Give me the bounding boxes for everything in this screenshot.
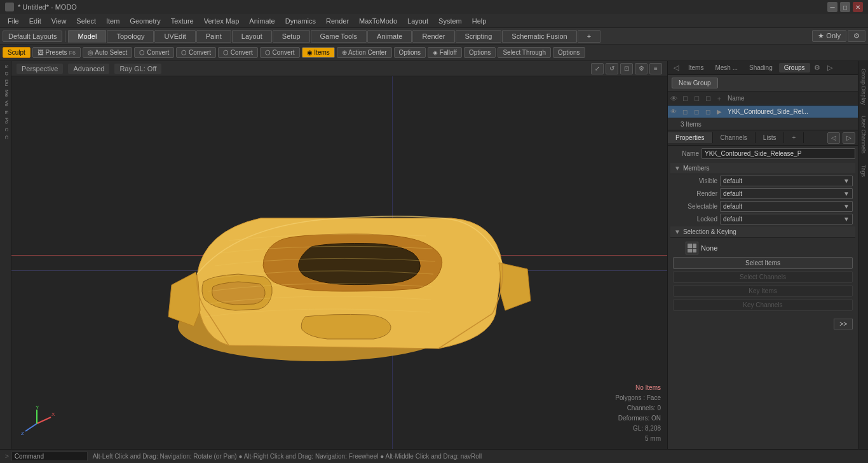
menu-vertex-map[interactable]: Vertex Map (199, 16, 245, 26)
action-center-button[interactable]: ⊕ Action Center (337, 47, 392, 58)
command-expand-button[interactable]: >> (834, 319, 853, 329)
left-strip-c2[interactable]: C (1, 134, 10, 141)
menu-file[interactable]: File (3, 16, 24, 26)
menu-dynamics[interactable]: Dynamics (280, 16, 321, 26)
rp-tab-groups[interactable]: Groups (779, 63, 810, 73)
props-tab-add[interactable]: + (784, 132, 804, 143)
rv-tab-group-display[interactable]: Group Display (859, 64, 868, 110)
menu-item[interactable]: Item (101, 16, 125, 26)
tab-setup[interactable]: Setup (273, 30, 310, 43)
members-section-header[interactable]: ▼ Members (670, 163, 855, 174)
viewport-settings[interactable]: ⚙ (635, 63, 648, 74)
viewport-reset[interactable]: ↺ (606, 63, 618, 74)
options-button[interactable]: Options (394, 47, 426, 58)
rp-expand-icon[interactable]: ◁ (670, 62, 682, 74)
menu-texture[interactable]: Texture (166, 16, 199, 26)
locked-dropdown[interactable]: default ▼ (720, 214, 853, 225)
star-only-button[interactable]: ★ Only (812, 30, 846, 42)
viewport-raygl[interactable]: Ray GL: Off (114, 64, 161, 74)
options2-button[interactable]: Options (464, 47, 496, 58)
viewport-3d[interactable]: No Items Polygons : Face Channels: 0 Def… (11, 76, 667, 449)
add-col-header[interactable]: + (714, 92, 725, 106)
rp-tab-mesh[interactable]: Mesh ... (710, 63, 743, 73)
left-strip-d[interactable]: D (1, 71, 10, 77)
props-expand-icon[interactable]: ◁ (827, 132, 840, 144)
name-input[interactable] (702, 148, 855, 159)
group-eye[interactable]: 👁 (668, 106, 679, 118)
left-strip-c1[interactable]: C (1, 127, 10, 133)
render-dropdown[interactable]: default ▼ (720, 188, 853, 199)
menu-geometry[interactable]: Geometry (125, 16, 165, 26)
tab-gametools[interactable]: Game Tools (311, 30, 367, 43)
select-channels-button[interactable]: Select Channels (673, 271, 853, 283)
menu-select[interactable]: Select (71, 16, 101, 26)
tab-uvedit[interactable]: UVEdit (154, 30, 195, 43)
tab-model[interactable]: Model (68, 30, 106, 43)
sculpt-button[interactable]: Sculpt (3, 47, 31, 58)
key-channels-button[interactable]: Key Channels (673, 299, 853, 311)
left-strip-ve[interactable]: Ve (1, 99, 10, 107)
menu-animate[interactable]: Animate (244, 16, 280, 26)
left-strip-du[interactable]: Du (1, 78, 10, 87)
tab-layout[interactable]: Layout (232, 30, 272, 43)
falloff-button[interactable]: ◈ Falloff (428, 47, 462, 58)
tab-render[interactable]: Render (412, 30, 454, 43)
group-add-icon[interactable]: ▶ (714, 106, 725, 118)
menu-render[interactable]: Render (321, 16, 354, 26)
default-layouts-dropdown[interactable]: Default Layouts (3, 31, 62, 42)
convert-verts-button[interactable]: ⬡ Convert (134, 47, 174, 58)
viewport-perspective[interactable]: Perspective (17, 64, 63, 74)
group-row-ykk[interactable]: 👁 ◻ ◻ ◻ ▶ YKK_Contoured_Side_Rel... (668, 106, 858, 118)
menu-maxtoModo[interactable]: MaxToModo (354, 16, 402, 26)
convert-edges-button[interactable]: ⬡ Convert (176, 47, 216, 58)
viewport-advanced[interactable]: Advanced (68, 64, 109, 74)
new-group-button[interactable]: New Group (672, 78, 718, 88)
menu-layout[interactable]: Layout (402, 16, 433, 26)
menu-edit[interactable]: Edit (24, 16, 46, 26)
maximize-button[interactable]: □ (840, 2, 850, 12)
sel-key-section-header[interactable]: ▼ Selection & Keying (670, 226, 855, 238)
viewport-maximize[interactable]: ⤢ (591, 63, 604, 74)
group-select-icon[interactable]: ◻ (691, 106, 702, 118)
left-strip-s[interactable]: S (1, 64, 10, 69)
menu-system[interactable]: System (433, 16, 467, 26)
settings-button[interactable]: ⚙ (848, 30, 865, 42)
titlebar-controls[interactable]: ─ □ ✕ (827, 2, 863, 12)
convert-polys-button[interactable]: ⬡ Convert (218, 47, 258, 58)
props-collapse-icon[interactable]: ▷ (843, 132, 855, 144)
left-strip-e[interactable]: E (1, 109, 10, 115)
select-items-button[interactable]: Select Items (673, 257, 853, 269)
key-items-button[interactable]: Key Items (673, 285, 853, 297)
left-strip-me[interactable]: Me (1, 88, 10, 98)
close-button[interactable]: ✕ (853, 2, 863, 12)
props-tab-properties[interactable]: Properties (668, 132, 713, 143)
props-tab-channels[interactable]: Channels (713, 132, 756, 143)
tab-topology[interactable]: Topology (107, 30, 154, 43)
tab-add[interactable]: + (578, 30, 600, 43)
rv-tab-user-channels[interactable]: User Channels (859, 111, 868, 159)
select-through-button[interactable]: Select Through (498, 47, 551, 58)
rv-tab-tags[interactable]: Tags (859, 160, 868, 182)
tab-paint[interactable]: Paint (196, 30, 231, 43)
viewport-zoom-fit[interactable]: ⊡ (620, 63, 633, 74)
rp-collapse-icon[interactable]: ▷ (824, 62, 836, 74)
presets-button[interactable]: 🖼 Presets F6 (32, 47, 81, 58)
menu-help[interactable]: Help (467, 16, 492, 26)
rp-tab-shading[interactable]: Shading (744, 63, 778, 73)
group-render-icon[interactable]: ◻ (679, 106, 691, 118)
tab-scripting[interactable]: Scripting (456, 30, 502, 43)
auto-select-button[interactable]: ◎ Auto Select (83, 47, 132, 58)
convert-items-button[interactable]: ⬡ Convert (260, 47, 300, 58)
command-input[interactable]: Command (11, 452, 88, 461)
selectable-dropdown[interactable]: default ▼ (720, 201, 853, 212)
tab-schematic-fusion[interactable]: Schematic Fusion (502, 30, 576, 43)
group-lock-icon[interactable]: ◻ (702, 106, 714, 118)
menu-view[interactable]: View (46, 16, 72, 26)
viewport-more[interactable]: ≡ (649, 63, 662, 74)
options3-button[interactable]: Options (553, 47, 585, 58)
minimize-button[interactable]: ─ (827, 2, 837, 12)
rp-gear-icon[interactable]: ⚙ (811, 62, 823, 74)
props-tab-lists[interactable]: Lists (756, 132, 785, 143)
left-strip-po[interactable]: Po (1, 116, 10, 125)
tab-animate[interactable]: Animate (367, 30, 412, 43)
